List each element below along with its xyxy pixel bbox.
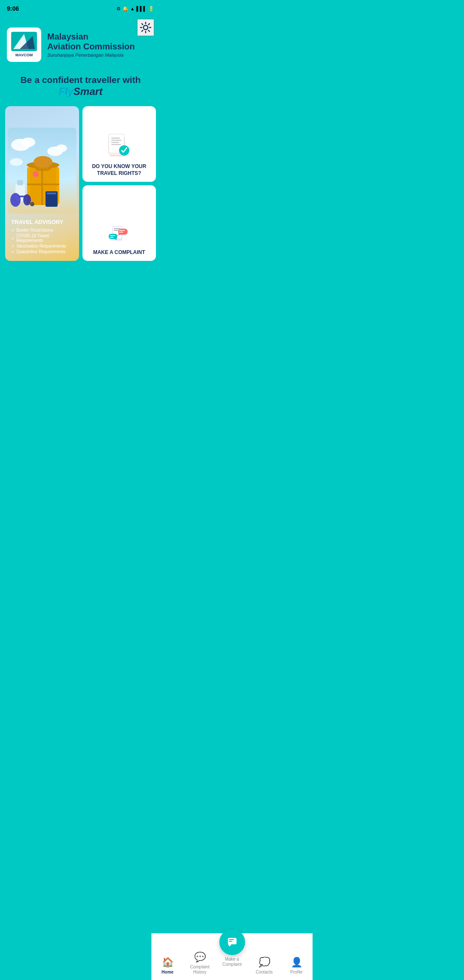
- svg-rect-47: [110, 235, 115, 236]
- cards-grid: TRAVEL ADVISORY ✓Border Restrictions ✓CO…: [0, 102, 161, 265]
- svg-rect-45: [109, 234, 117, 239]
- settings-button[interactable]: [137, 19, 154, 36]
- status-icons: ⚙ 🔔 ▲ ▌▌▌ 🔋: [116, 6, 154, 12]
- rights-icon-svg: [106, 132, 132, 158]
- settings-status-icon: ⚙: [116, 6, 121, 12]
- svg-point-19: [33, 171, 39, 177]
- svg-point-11: [10, 158, 23, 166]
- make-complaint-card[interactable]: MAKE A COMPLAINT: [82, 185, 156, 261]
- travel-list-item-1: ✓Border Restrictions: [11, 228, 73, 233]
- signal-icon: ▌▌▌: [137, 6, 147, 11]
- svg-point-26: [10, 193, 21, 207]
- svg-rect-39: [114, 228, 120, 229]
- battery-icon: 🔋: [148, 6, 154, 12]
- logo-box: MAVCOM: [7, 28, 41, 62]
- svg-rect-34: [111, 142, 119, 143]
- travel-advisory-card[interactable]: TRAVEL ADVISORY ✓Border Restrictions ✓CO…: [5, 106, 79, 261]
- travel-list-item-4: ✓Quarantine Requirements: [11, 249, 73, 254]
- svg-rect-43: [119, 230, 125, 231]
- complaint-card-title: MAKE A COMPLAINT: [93, 249, 145, 256]
- complaint-icon: [106, 218, 132, 244]
- travel-rights-card[interactable]: DO YOU KNOW YOUR TRAVEL RIGHTS?: [82, 106, 156, 182]
- fly-text: Fly: [58, 86, 73, 97]
- gear-icon: [139, 21, 152, 34]
- wifi-icon: ▲: [130, 6, 135, 11]
- rights-card-title: DO YOU KNOW YOUR TRAVEL RIGHTS?: [87, 163, 152, 177]
- svg-point-10: [56, 144, 67, 152]
- complaint-icon-svg: [106, 218, 132, 244]
- status-bar: 9:06 ⚙ 🔔 ▲ ▌▌▌ 🔋: [0, 0, 161, 15]
- svg-rect-32: [111, 138, 120, 139]
- svg-rect-40: [114, 230, 118, 231]
- check-icon-3: ✓: [11, 244, 15, 248]
- tagline-line1: Be a confident traveller with: [7, 74, 154, 86]
- check-icon-2: ✓: [11, 236, 15, 241]
- svg-rect-35: [111, 144, 121, 145]
- check-icon-4: ✓: [11, 249, 15, 254]
- logo-text-block: MalaysianAviation Commission Suruhanjaya…: [47, 32, 135, 58]
- travel-card-title: TRAVEL ADVISORY: [11, 219, 73, 226]
- tagline-section: Be a confident traveller with FlySmart: [0, 66, 161, 102]
- org-name: MalaysianAviation Commission: [47, 32, 135, 52]
- travel-card-list: ✓Border Restrictions ✓COVID-19 Travel Re…: [11, 228, 73, 254]
- travel-list-item-2: ✓COVID-19 Travel Requirements: [11, 233, 73, 243]
- svg-rect-23: [17, 180, 23, 185]
- smart-text: Smart: [73, 86, 103, 97]
- svg-rect-25: [47, 193, 56, 194]
- notification-status-icon: 🔔: [122, 6, 128, 12]
- mavcom-logo-svg: MAVCOM: [9, 30, 39, 60]
- org-subtitle: Suruhanjaya Penerbangan Malaysia: [47, 52, 135, 58]
- svg-point-8: [21, 138, 35, 147]
- svg-point-17: [30, 202, 34, 206]
- svg-text:MAVCOM: MAVCOM: [15, 53, 33, 57]
- travel-illustration: [5, 106, 79, 235]
- svg-rect-44: [119, 232, 123, 233]
- rights-icon: [106, 132, 132, 158]
- svg-rect-48: [110, 237, 113, 238]
- svg-point-28: [23, 194, 31, 205]
- travel-scene-svg: [8, 128, 76, 214]
- svg-rect-33: [111, 140, 122, 141]
- svg-point-21: [34, 156, 52, 168]
- status-time: 9:06: [7, 5, 19, 12]
- svg-rect-15: [27, 184, 59, 185]
- travel-list-item-3: ✓Vaccination Requirements: [11, 244, 73, 248]
- tagline-brand: FlySmart: [7, 86, 154, 98]
- svg-rect-16: [41, 166, 43, 205]
- svg-point-0: [143, 25, 148, 30]
- check-icon-1: ✓: [11, 228, 15, 233]
